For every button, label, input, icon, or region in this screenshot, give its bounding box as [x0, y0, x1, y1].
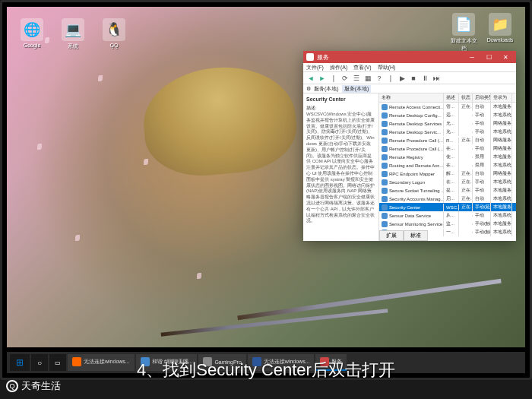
- service-row[interactable]: Security Center WSC... 正在... 手动(延迟... 本地…: [379, 203, 516, 211]
- gear-icon: [382, 204, 388, 211]
- services-list[interactable]: Remote Access Connecti... 管... 正在... 自动 …: [379, 103, 516, 236]
- maximize-button[interactable]: ☐: [481, 52, 496, 62]
- service-row[interactable]: Sensor Data Service 从... 手动 本地系统: [379, 211, 516, 220]
- content-area: Security Center 描述: WSCSVC(Windows 安全中心)…: [303, 93, 516, 241]
- tab-extended[interactable]: 扩展: [379, 230, 404, 241]
- menu-item[interactable]: 帮助(H): [378, 64, 396, 71]
- menubar: 文件(F)操作(A)查看(V)帮助(H): [303, 63, 516, 72]
- gear-icon: [382, 146, 388, 152]
- watermark-text: 天奇生活: [21, 379, 61, 393]
- service-description: WSCSVC(Windows 安全中心)服务监视并报告计算机上的安全健康设置。健…: [306, 112, 375, 224]
- watermark-icon: Q: [6, 380, 18, 392]
- desktop-icon[interactable]: 💻系统: [59, 18, 87, 50]
- back-button[interactable]: ◄: [306, 74, 315, 83]
- tree-icon[interactable]: ⚙: [306, 86, 311, 92]
- service-row[interactable]: Remote Desktop Servic... 允... 手动 本地系统: [379, 128, 516, 136]
- services-window: 服务 ─ ☐ ✕ 文件(F)操作(A)查看(V)帮助(H) ◄ ► | ⟳ ☰ …: [303, 51, 516, 241]
- service-row[interactable]: Remote Procedure Call (... 在... 手动 网络服务: [379, 144, 516, 153]
- service-row[interactable]: Routing and Remote Acc... 在... 禁用 本地系统: [379, 161, 516, 169]
- toolbar: ◄ ► | ⟳ ☰ ▦ ? | ▶ ■ ⏸ ⏭: [303, 72, 516, 84]
- toolbar-sep-2: |: [386, 74, 395, 83]
- gear-icon: [382, 129, 388, 135]
- forward-button[interactable]: ►: [318, 74, 327, 83]
- column-header[interactable]: 描述: [444, 93, 459, 102]
- pause-icon[interactable]: ⏸: [420, 74, 429, 83]
- gear-icon: [382, 196, 388, 202]
- gear-icon: [382, 121, 388, 127]
- gear-icon: [382, 179, 388, 185]
- service-row[interactable]: Security Accounts Manag... 启... 正在... 自动…: [379, 195, 516, 203]
- desktop-icon[interactable]: 🌐Google: [18, 18, 46, 50]
- monitor-frame: 🌐Google💻系统🐧QQ 📄 新建文本文档 📁 Downloads 服务 ─ …: [0, 0, 532, 380]
- menu-item[interactable]: 文件(F): [306, 64, 324, 71]
- titlebar[interactable]: 服务 ─ ☐ ✕: [303, 51, 516, 63]
- watermark: Q 天奇生活: [6, 379, 61, 393]
- gear-icon: [382, 112, 388, 119]
- minimize-button[interactable]: ─: [464, 52, 480, 62]
- gear-icon: [382, 138, 388, 144]
- column-header[interactable]: 状态: [459, 93, 473, 102]
- column-headers: 名称描述状态启动类型登录为: [379, 93, 516, 103]
- breadcrumb-current[interactable]: 服务(本地): [342, 85, 372, 93]
- column-header[interactable]: 登录为: [491, 93, 512, 102]
- desktop-icon[interactable]: 🐧QQ: [100, 18, 128, 50]
- desktop-icons-right: 📄 新建文本文档 📁 Downloads: [450, 13, 514, 52]
- gear-icon: [382, 163, 388, 169]
- breadcrumb-root[interactable]: 服务(本地): [314, 85, 339, 93]
- desc-label: 描述:: [306, 105, 375, 112]
- gear-icon: [382, 213, 388, 219]
- menu-item[interactable]: 查看(V): [353, 64, 371, 71]
- window-title: 服务: [317, 53, 464, 62]
- tutorial-caption: 4、找到Security Center后双击打开: [0, 355, 532, 385]
- service-row[interactable]: Sensor Monitoring Service 监... 手动(触发... …: [379, 220, 516, 228]
- close-button[interactable]: ✕: [498, 52, 513, 62]
- service-row[interactable]: Secure Socket Tunneling ... 提... 正在... 手…: [379, 186, 516, 195]
- menu-item[interactable]: 操作(A): [330, 64, 347, 71]
- gear-icon: [382, 154, 388, 160]
- column-header[interactable]: 启动类型: [473, 93, 491, 102]
- gear-icon: [382, 104, 388, 110]
- desktop-screen: 🌐Google💻系统🐧QQ 📄 新建文本文档 📁 Downloads 服务 ─ …: [7, 7, 525, 347]
- export-icon[interactable]: ▦: [363, 74, 372, 83]
- service-row[interactable]: RPC Endpoint Mapper 解... 正在... 自动 网络服务: [379, 169, 516, 178]
- desktop-icon-textdoc[interactable]: 📄 新建文本文档: [450, 13, 477, 52]
- help-icon[interactable]: ?: [375, 74, 384, 83]
- service-row[interactable]: Remote Procedure Call (... R... 正在... 自动…: [379, 136, 516, 144]
- service-row[interactable]: Remote Registry 使... 禁用 本地服务: [379, 153, 516, 161]
- tab-standard[interactable]: 标准: [404, 230, 428, 241]
- app-icon: [306, 53, 314, 61]
- play-icon[interactable]: ▶: [397, 74, 407, 83]
- gear-icon: [382, 221, 388, 227]
- service-row[interactable]: Remote Desktop Config... 远... 手动 本地系统: [379, 111, 516, 119]
- breadcrumb: ⚙ 服务(本地) 服务(本地): [303, 84, 516, 93]
- gear-icon: [382, 188, 388, 194]
- column-header[interactable]: 名称: [379, 93, 444, 102]
- description-panel: Security Center 描述: WSCSVC(Windows 安全中心)…: [303, 93, 379, 241]
- stop-icon[interactable]: ■: [409, 74, 418, 83]
- refresh-icon[interactable]: ⟳: [340, 74, 350, 83]
- selected-service-name: Security Center: [306, 97, 375, 102]
- service-row[interactable]: Remote Desktop Services 允... 手动 网络服务: [379, 119, 516, 128]
- desktop-icons-left: 🌐Google💻系统🐧QQ: [18, 18, 128, 50]
- desktop-icon-downloads[interactable]: 📁 Downloads: [486, 13, 514, 52]
- services-list-panel: 名称描述状态启动类型登录为 Remote Access Connecti... …: [379, 93, 516, 241]
- view-tabs: 扩展 标准: [379, 230, 428, 241]
- restart-icon[interactable]: ⏭: [432, 74, 441, 83]
- props-icon[interactable]: ☰: [352, 74, 361, 83]
- service-row[interactable]: Remote Access Connecti... 管... 正在... 自动 …: [379, 103, 516, 111]
- gear-icon: [382, 171, 388, 177]
- service-row[interactable]: Secondary Logon 在... 正在... 手动 本地系统: [379, 178, 516, 186]
- toolbar-sep: |: [329, 74, 338, 83]
